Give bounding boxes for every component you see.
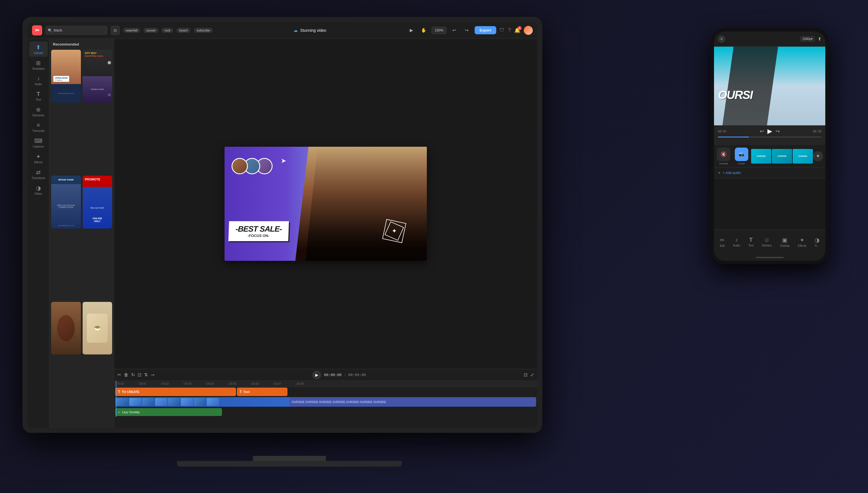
tag-subscribe[interactable]: subscribe xyxy=(194,28,213,33)
tag-sunset[interactable]: sunset xyxy=(143,28,158,33)
phone-nav-audio-label: Audio xyxy=(733,244,740,247)
template-card-promote[interactable]: PROMOTE Blue suit model ONLINEONLY xyxy=(83,176,112,229)
phone-nav-audio[interactable]: ♪ Audio xyxy=(731,235,742,249)
sale-sub-text: -FOCUS ON- xyxy=(235,234,282,238)
sidebar-label-elements: Elements xyxy=(32,114,44,117)
zoom-control[interactable]: 100% xyxy=(431,27,446,34)
track-video[interactable] xyxy=(115,397,289,407)
timeline-fit-button[interactable]: ⊡ xyxy=(524,372,528,378)
phone-progress-bar[interactable] xyxy=(718,136,821,137)
tag-rock[interactable]: rock xyxy=(161,28,173,33)
panel-section-label: Recommended xyxy=(49,39,114,48)
phone-close-button[interactable]: ✕ xyxy=(718,36,725,43)
export-button[interactable]: Export xyxy=(474,26,496,34)
templates-icon: ⊞ xyxy=(36,60,41,66)
track-audio-row: ♪ Lazy Sunday xyxy=(114,407,537,417)
trim-icon[interactable]: ✂ xyxy=(117,372,121,378)
sidebar-label-templates: Templates xyxy=(32,67,45,70)
sidebar-item-transcript[interactable]: ≡ Transcript xyxy=(29,120,48,135)
canvas-area: ➤ -BEST SALE- -FOCUS ON- ✦ xyxy=(114,39,537,369)
delete-icon[interactable]: 🗑 xyxy=(124,372,128,378)
sidebar-item-effects[interactable]: ✦ Effects xyxy=(29,151,48,166)
phone-forward-button[interactable]: ↪ xyxy=(776,128,780,134)
play-button[interactable]: ▶ xyxy=(407,26,416,35)
phone-bottom-nav: ✂ Edit ♪ Audio T Text ☺ Stickers xyxy=(714,229,825,254)
sidebar-item-captions[interactable]: ⌨ Captions xyxy=(29,135,48,150)
phone-nav-filters[interactable]: ◑ Fi... xyxy=(813,235,821,249)
sidebar-item-templates[interactable]: ⊞ Templates xyxy=(29,57,48,72)
timeline-expand-button[interactable]: ⤢ xyxy=(530,372,534,378)
sidebar-label-effects: Effects xyxy=(34,161,42,164)
hand-tool[interactable]: ✋ xyxy=(419,26,428,35)
sidebar: ⬆ Upload ⊞ Templates ♪ Audio T xyxy=(27,39,49,428)
phone-nav-effects-label: Effects xyxy=(798,244,806,247)
phone-add-frame-button[interactable]: + xyxy=(813,151,823,161)
phone-nav-filters-label: Fi... xyxy=(815,244,819,247)
redo-button[interactable]: ↪ xyxy=(462,26,471,35)
phone-upload-icon[interactable]: ⬆ xyxy=(818,36,821,42)
effects-icon: ✦ xyxy=(36,153,41,160)
phone-nav-stickers[interactable]: ☺ Stickers xyxy=(760,235,774,249)
upload-icon: ⬆ xyxy=(36,44,41,50)
track-to-create-label: TO CREATE xyxy=(122,390,139,393)
stickers-nav-icon: ☺ xyxy=(764,237,770,243)
phone-device: ✕ 1080p▾ ⬆ OURSI 00:03 xyxy=(711,28,829,264)
tag-waterfall[interactable]: waterfall xyxy=(123,28,140,33)
track-text-label: Text xyxy=(243,390,249,393)
ruler-mark-5: 00:05 xyxy=(228,382,251,385)
track-audio[interactable]: ♪ Lazy Sunday xyxy=(115,408,222,416)
project-name: Stunning video xyxy=(300,28,326,33)
phone-nav-edit[interactable]: ✂ Edit xyxy=(718,235,726,249)
phone-nav-effects[interactable]: ✦ Effects xyxy=(796,235,808,249)
sidebar-label-transcript: Transcript xyxy=(32,129,44,132)
track-text-row: T TO CREATE T Text xyxy=(114,387,537,396)
filter-button[interactable]: ⊟ xyxy=(111,26,120,35)
template-card-food[interactable] xyxy=(51,302,81,355)
search-icon: 🔍 xyxy=(48,28,52,32)
text-nav-icon: T xyxy=(749,237,753,243)
undo-button[interactable]: ↩ xyxy=(450,26,459,35)
sidebar-item-audio[interactable]: ♪ Audio xyxy=(29,73,48,88)
template-card-open-now[interactable]: OPEN NOW In Spring www.brandname.com xyxy=(51,50,81,103)
timeline-play-button[interactable]: ▶ xyxy=(312,370,321,380)
sidebar-item-transitions[interactable]: ⇄ Transitions xyxy=(29,167,48,182)
help-icon[interactable]: ? xyxy=(508,27,511,33)
phone-nav-stickers-label: Stickers xyxy=(762,244,772,247)
phone-unmute-button[interactable]: 🔇 xyxy=(717,148,730,161)
notification-icon[interactable]: 🔔 8 xyxy=(514,27,520,34)
phone-nav-text[interactable]: T Text xyxy=(747,235,755,249)
phone-header: ✕ 1080p▾ ⬆ xyxy=(714,31,825,47)
split-icon[interactable]: ⊸ xyxy=(151,372,154,378)
phone-cover-button[interactable]: 📷 xyxy=(735,148,748,161)
sidebar-item-filters[interactable]: ◑ Filters xyxy=(29,183,48,198)
ruler-mark-3: 00:03 xyxy=(183,382,206,385)
phone-resolution-select[interactable]: 1080p▾ xyxy=(800,36,815,42)
sidebar-item-text[interactable]: T Text xyxy=(29,88,48,103)
flip-icon[interactable]: ⇅ xyxy=(144,372,148,378)
sidebar-item-upload[interactable]: ⬆ Upload xyxy=(29,42,48,57)
phone-time-current: 00:03 xyxy=(718,130,726,133)
transcript-icon: ≡ xyxy=(37,122,40,128)
track-to-create[interactable]: T TO CREATE xyxy=(115,388,236,396)
phone-rewind-button[interactable]: ↩ xyxy=(760,128,764,134)
sidebar-label-captions: Captions xyxy=(33,145,44,148)
template-card-city-boy[interactable]: CITY BOY SHOPPING HAUL Fashion model ⊕ xyxy=(83,50,112,103)
phone-add-audio[interactable]: + + Add audio xyxy=(714,168,825,178)
edit-nav-icon: ✂ xyxy=(720,237,725,243)
sidebar-item-elements[interactable]: ⊕ Elements xyxy=(29,104,48,119)
phone-play-button[interactable]: ▶ xyxy=(767,128,772,135)
app-logo: ✂ xyxy=(32,25,42,36)
track-overlay[interactable]: OURSIDE OURSIDE OURSIDE OURSIDE OURSIDE … xyxy=(289,397,536,407)
search-container: 🔍 xyxy=(46,26,107,35)
ruler-mark-1: 00:01 xyxy=(138,382,161,385)
track-text-2[interactable]: T Text xyxy=(237,388,287,396)
tag-beach[interactable]: beach xyxy=(176,28,191,33)
template-card-lifestyle[interactable]: 🥗 xyxy=(83,302,112,355)
loop-icon[interactable]: ↻ xyxy=(131,372,135,378)
user-avatar[interactable] xyxy=(524,26,533,35)
search-input[interactable] xyxy=(46,26,107,35)
phone-nav-overlay-label: Overlay xyxy=(780,244,789,247)
template-card-brand-name[interactable]: BRAND NAME NEW COLLECTIONCOMING SOON www… xyxy=(51,176,81,229)
phone-nav-overlay[interactable]: ▣ Overlay xyxy=(778,235,791,249)
crop-icon[interactable]: ⊡ xyxy=(138,372,141,378)
